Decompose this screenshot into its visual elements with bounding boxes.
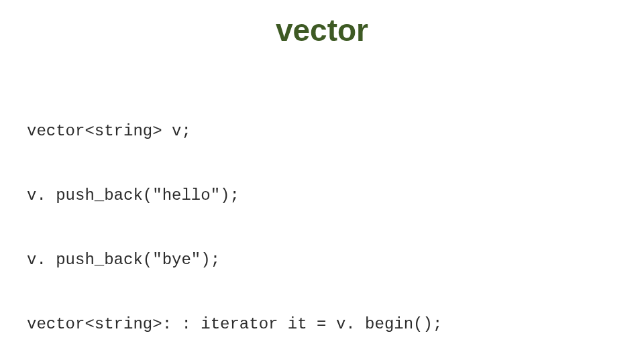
code-line-3: v. push_back("bye"); [27,249,442,271]
slide: vector vector<string> v; v. push_back("h… [0,0,644,362]
code-line-4: vector<string>: : iterator it = v. begin… [27,314,442,335]
code-line-1: vector<string> v; [27,121,442,142]
code-block: vector<string> v; v. push_back("hello");… [27,78,442,362]
code-line-2: v. push_back("hello"); [27,185,442,206]
slide-title: vector [0,12,644,48]
